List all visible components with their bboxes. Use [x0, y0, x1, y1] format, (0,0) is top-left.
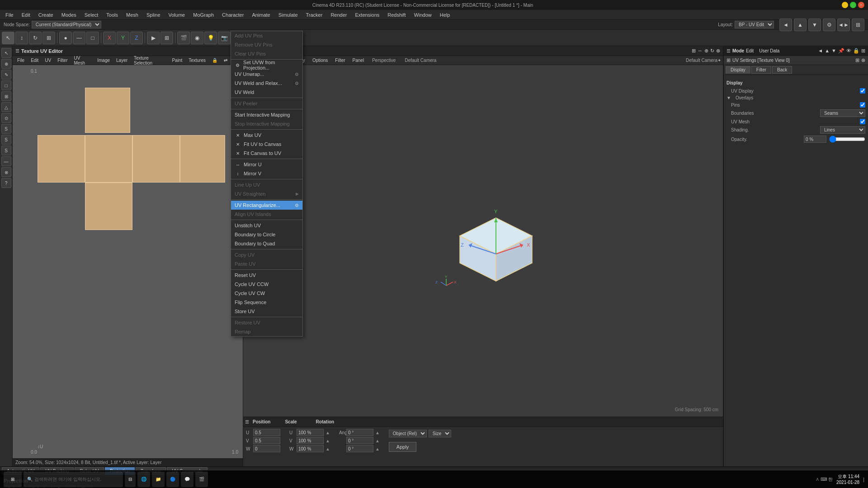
boundaries-select[interactable]: Seams [820, 109, 865, 117]
uv-menu-paint[interactable]: Paint [169, 57, 185, 63]
dd-set-uvw-projection[interactable]: ⚙ Set UVW from Projection... [231, 61, 302, 70]
task-view-btn[interactable]: ⊟ [125, 472, 136, 487]
attr-manager-userdata[interactable]: User Data [759, 48, 779, 53]
edge-browser-btn[interactable]: 🌐 [137, 472, 150, 487]
attr-manager-expand[interactable]: ☰ [726, 48, 731, 53]
cinema4d-btn[interactable]: 🎬 [195, 472, 208, 487]
tool-point[interactable]: ● [59, 32, 72, 44]
uv-panel-expand[interactable]: ☰ [15, 48, 19, 53]
menu-help[interactable]: Help [436, 11, 454, 19]
dd-max-uv[interactable]: ✕ Max UV [231, 131, 302, 140]
tool-scale[interactable]: ⊞ [42, 32, 55, 44]
dd-cycle-uv-ccw[interactable]: Cycle UV CCW [231, 280, 302, 289]
toolbar-btn-1[interactable]: ◄ [779, 19, 792, 31]
attr-manager-edit[interactable]: Edit [746, 48, 754, 53]
uv-menu-uvmesh[interactable]: UV Mesh [71, 55, 94, 66]
tool-z[interactable]: Z [130, 32, 143, 44]
maximize-button[interactable]: □ [850, 2, 856, 8]
uv-menu-textures[interactable]: Textures [186, 57, 208, 63]
render-to-po[interactable]: ⊞ [160, 32, 173, 44]
tool-5[interactable]: ⊞ [1, 91, 11, 101]
dd-cycle-uv-cw[interactable]: Cycle UV CW [231, 289, 302, 298]
material[interactable]: ◉ [191, 32, 203, 44]
overlays-expand[interactable]: ▼ [726, 95, 731, 100]
rot-angle-input[interactable] [346, 429, 373, 436]
tool-poly[interactable]: □ [86, 32, 99, 44]
uv-menu-layer[interactable]: Layer [113, 57, 130, 63]
tool-x[interactable]: X [103, 32, 116, 44]
toolbar-btn-3[interactable]: ▼ [808, 19, 821, 31]
vp-icon-1[interactable]: ⊞ [692, 48, 696, 54]
discord-btn[interactable]: 💬 [181, 472, 193, 487]
dd-uv-weld[interactable]: UV Weld [231, 88, 302, 97]
menu-volume[interactable]: Volume [165, 11, 189, 19]
shading-select[interactable]: Lines [820, 126, 865, 134]
uv-menu-edit[interactable]: Edit [28, 57, 41, 63]
dd-fit-uv-canvas[interactable]: ✕ Fit UV to Canvas [231, 140, 302, 149]
menu-spline[interactable]: Spline [143, 11, 164, 19]
dd-boundary-quad[interactable]: Boundary to Quad [231, 239, 302, 248]
menu-window[interactable]: Window [410, 11, 435, 19]
attr-up[interactable]: ▲ [825, 48, 830, 54]
uv-menu-uv[interactable]: UV [42, 57, 54, 63]
tool-13[interactable]: ? [1, 178, 11, 188]
light[interactable]: 💡 [204, 32, 217, 44]
tool-3[interactable]: ✎ [1, 70, 11, 80]
rot-0-arrow[interactable]: ▲ [375, 438, 380, 443]
toolbar-btn-4[interactable]: ⚙ [823, 19, 835, 31]
start-button[interactable]: ⊞ [4, 472, 22, 487]
tool-select[interactable]: ↖ [2, 32, 14, 44]
dd-uv-weld-relax[interactable]: UV Weld and Relax... ⚙ [231, 79, 302, 88]
object-rel-select[interactable]: Object (Rel) [389, 430, 427, 437]
uv-settings-expand2[interactable]: ⊞ [855, 57, 859, 63]
menu-animate[interactable]: Animate [248, 11, 274, 19]
attribute-manager-btn[interactable]: ⊞ [852, 19, 864, 31]
menu-extensions[interactable]: Extensions [351, 11, 383, 19]
menu-render[interactable]: Render [327, 11, 350, 19]
menu-edit[interactable]: Edit [18, 11, 34, 19]
attr-expand[interactable]: ⊞ [861, 48, 865, 54]
close-button[interactable]: ✕ [858, 2, 864, 8]
uv-menu-filter[interactable]: Filter [55, 57, 70, 63]
vp-panel[interactable]: Panel [350, 57, 367, 63]
menu-select[interactable]: Select [81, 11, 102, 19]
opacity-slider[interactable] [829, 136, 865, 142]
vp-icon-2[interactable]: ↔ [698, 48, 703, 54]
uv-menu-image[interactable]: Image [94, 57, 113, 63]
dd-mirror-u[interactable]: ↔ Mirror U [231, 160, 302, 169]
tab-back[interactable]: Back [772, 66, 792, 74]
scale-v-input[interactable] [297, 437, 324, 444]
vp-options[interactable]: Options [310, 57, 330, 63]
uv-settings-gear[interactable]: ⊗ [861, 57, 865, 63]
attr-filter[interactable]: ▼ [831, 48, 836, 54]
tool-6[interactable]: △ [1, 102, 11, 112]
tool-move[interactable]: ↕ [15, 32, 28, 44]
scale-u-input[interactable] [297, 429, 324, 436]
tool-12[interactable]: ⊗ [1, 167, 11, 177]
uv-mesh-dropdown-menu[interactable]: Add UV Pins Remove UV Pins Clear UV Pins… [231, 31, 303, 337]
menu-tools[interactable]: Tools [103, 11, 122, 19]
camera[interactable]: 📷 [218, 32, 231, 44]
menu-redshift[interactable]: Redshift [384, 11, 409, 19]
tool-8[interactable]: S [1, 124, 11, 134]
chrome-btn[interactable]: 🔵 [166, 472, 179, 487]
menu-create[interactable]: Create [35, 11, 57, 19]
rot-0b-input[interactable] [346, 445, 373, 452]
pins-checkbox[interactable] [860, 102, 865, 108]
layout-select[interactable]: BP - UV Edit [735, 21, 774, 28]
vp-icon-5[interactable]: ⊗ [716, 48, 720, 54]
render-preview[interactable]: ▶ [147, 32, 160, 44]
uv-display-checkbox[interactable] [860, 88, 865, 94]
attr-eye[interactable]: 👁 [846, 48, 851, 54]
menu-mesh[interactable]: Mesh [123, 11, 142, 19]
dd-uv-unwrap[interactable]: UV Unwrap... ⚙ [231, 70, 302, 79]
dd-unstitch-uv[interactable]: Unstitch UV [231, 221, 302, 230]
vp-icon-4[interactable]: ↻ [710, 48, 714, 54]
uv-mesh-checkbox[interactable] [860, 119, 865, 124]
minimize-button[interactable]: ─ [842, 2, 848, 8]
tool-4[interactable]: □ [1, 80, 11, 90]
attr-lock[interactable]: 🔒 [853, 48, 859, 54]
menu-modes[interactable]: Modes [58, 11, 80, 19]
search-bar[interactable]: 🔍 검색하려면 여기에 입력하십시오. [24, 472, 123, 487]
rot-0b-arrow[interactable]: ▲ [375, 446, 380, 451]
